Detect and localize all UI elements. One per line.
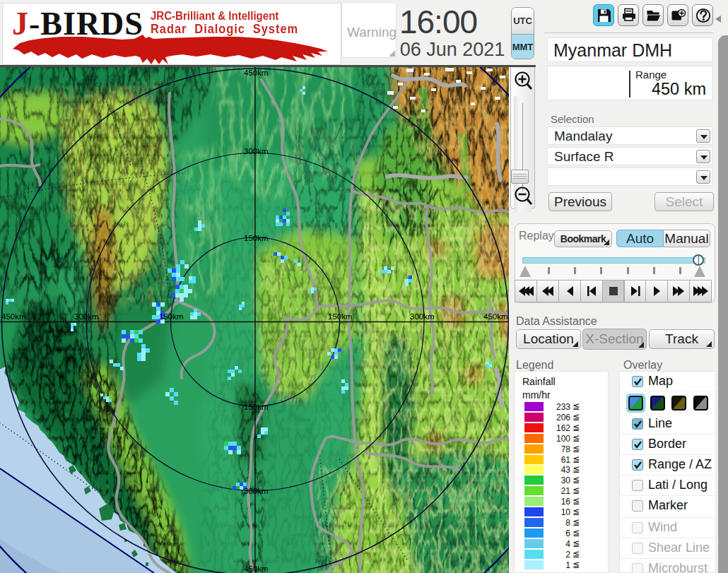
svg-text:150km: 150km [328,312,353,321]
svg-text:300km: 300km [74,312,99,321]
svg-text:150km: 150km [159,312,184,321]
svg-text:150km: 150km [244,234,269,242]
svg-text:300km: 300km [244,147,269,155]
svg-text:450km: 450km [244,69,269,77]
svg-text:300km: 300km [410,312,435,321]
svg-text:450km: 450km [483,312,508,321]
svg-text:450km: 450km [244,565,269,573]
svg-text:300km: 300km [244,487,269,495]
svg-text:450km: 450km [1,312,26,321]
svg-text:150km: 150km [244,403,269,411]
